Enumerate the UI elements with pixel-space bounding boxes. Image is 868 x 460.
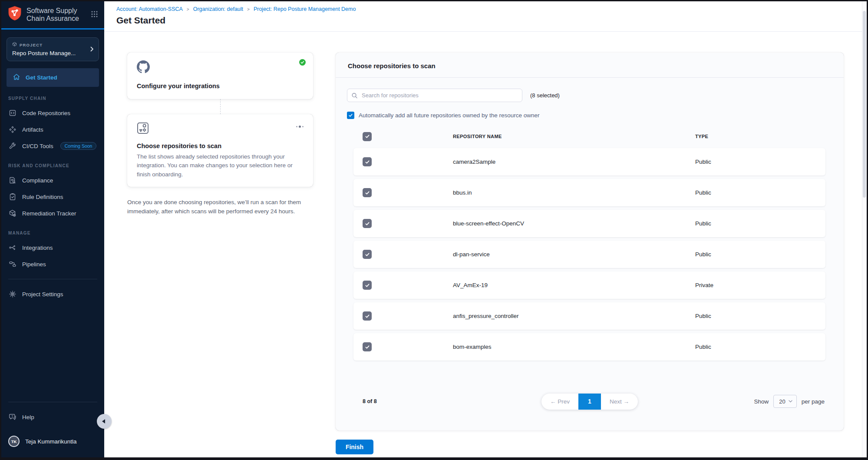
select-all-checkbox[interactable] [363,132,372,141]
project-selector[interactable]: PROJECT Repo Posture Manage... [7,37,99,61]
repo-type: Public [695,313,816,319]
home-icon [13,73,20,82]
table-row[interactable]: blue-screen-effect-OpenCV Public [353,210,825,237]
artifacts-icon [8,126,17,133]
breadcrumb-organization[interactable]: Organization: default [193,6,243,12]
repo-type: Public [695,344,816,350]
repo-name: AV_AmEx-19 [453,282,695,288]
avatar: TK [8,436,20,447]
breadcrumb-project[interactable]: Project: Repo Posture Management Demo [254,6,356,12]
remediation-box-icon [8,209,17,217]
compliance-doc-icon [8,176,17,184]
brand-title: Software Supply Chain Assurance [26,7,79,23]
project-cube-icon [12,42,17,48]
user-name: Teja Kummarikuntla [25,438,77,445]
breadcrumb-account[interactable]: Account: Automation-SSCA [116,6,183,12]
table-row[interactable]: dl-pan-service Public [353,241,825,268]
row-checkbox[interactable] [363,219,372,228]
repo-name: blue-screen-effect-OpenCV [453,220,695,227]
sidebar-item-help[interactable]: ? Help [1,409,104,425]
row-checkbox[interactable] [363,311,372,321]
main-area: Account: Automation-SSCA > Organization:… [104,1,867,457]
sidebar-item-label: CI/CD Tools [22,143,53,149]
table-row[interactable]: bom-examples Public [353,333,825,361]
sidebar-item-code-repositories[interactable]: Code Repositories [1,105,104,121]
auto-add-checkbox-row[interactable]: Automatically add all future repositorie… [347,112,832,119]
auto-add-checkbox[interactable] [347,112,354,119]
row-checkbox[interactable] [363,157,372,166]
search-icon [351,92,358,99]
repository-search [347,89,522,102]
step-description: The list shows already selected reposito… [137,152,304,179]
sidebar-item-integrations[interactable]: Integrations [1,239,104,256]
main-body: Configure your integrations [104,32,867,457]
gear-icon [8,290,17,298]
brand-shield-logo-icon [7,6,22,24]
current-page-button[interactable]: 1 [578,394,601,410]
repo-type: Public [695,159,816,165]
sidebar-user[interactable]: TK Teja Kummarikuntla [1,431,104,451]
pagination-count: 8 of 8 [363,398,377,404]
next-page-button[interactable]: Next → [601,394,638,410]
table-row[interactable]: camera2Sample Public [353,148,825,175]
sidebar: Software Supply Chain Assurance PROJ [1,1,104,457]
step-card-configure-integrations[interactable]: Configure your integrations [127,53,313,99]
scrollbar-thumb[interactable] [863,11,866,198]
sidebar-item-label: Project Settings [22,291,63,298]
column-header-type: TYPE [695,134,816,139]
page-scrollbar[interactable] [862,1,867,457]
step-title: Choose repositories to scan [137,142,304,149]
search-input[interactable] [347,89,522,102]
table-header-row: REPOSITORY NAME TYPE [353,129,825,144]
repo-type: Public [695,251,816,258]
chevron-right-icon [90,46,94,53]
breadcrumb-separator: > [247,7,250,12]
table-row[interactable]: anfis_pressure_controller Public [353,302,825,330]
row-checkbox[interactable] [363,281,372,290]
sidebar-item-pipelines[interactable]: Pipelines [1,256,104,272]
sidebar-item-get-started[interactable]: Get Started [7,68,99,87]
github-icon [137,67,150,75]
svg-text:?: ? [11,414,13,418]
show-label: Show [754,398,769,405]
sidebar-item-cicd-tools[interactable]: CI/CD Tools Coming Soon [1,138,104,154]
sidebar-item-compliance[interactable]: Compliance [1,172,104,189]
repositories-table: REPOSITORY NAME TYPE camera2Sample Publi… [336,119,844,364]
sidebar-item-label: Pipelines [22,261,46,268]
repo-name: camera2Sample [453,159,695,165]
sidebar-accent-bar [1,28,104,30]
app-grid-icon[interactable] [91,10,98,20]
sidebar-item-project-settings[interactable]: Project Settings [1,286,104,302]
chevron-down-icon [789,400,792,403]
row-checkbox[interactable] [363,342,372,351]
step-card-choose-repositories[interactable]: Choose repositories to scan The list sho… [127,114,313,187]
sidebar-item-artifacts[interactable]: Artifacts [1,121,104,138]
sidebar-item-rule-definitions[interactable]: Rule Definitions [1,189,104,205]
help-chat-icon: ? [8,413,17,421]
prev-page-button[interactable]: ← Prev [541,394,578,410]
step-in-progress-icon [296,126,304,128]
panel-header: Choose repositories to scan [336,53,844,78]
wrench-icon [8,142,17,150]
row-checkbox[interactable] [363,188,372,197]
pagination-bar: 8 of 8 ← Prev 1 Next → Show 20 per page [336,395,844,408]
sidebar-collapse-handle[interactable] [97,414,112,429]
page-size-value: 20 [779,398,785,405]
row-checkbox[interactable] [363,250,372,259]
table-row[interactable]: AV_AmEx-19 Private [353,271,825,299]
selected-count: (8 selected) [530,92,560,99]
project-name: Repo Posture Manage... [12,50,84,56]
column-header-repository-name: REPOSITORY NAME [453,134,695,139]
table-row[interactable]: bbus.in Public [353,179,825,206]
sidebar-item-label: Artifacts [22,126,43,133]
sidebar-item-remediation-tracker[interactable]: Remediation Tracker [1,205,104,222]
section-label-risk-compliance: RISK AND COMPLIANCE [1,154,104,172]
finish-button[interactable]: Finish [336,440,373,454]
panel-title: Choose repositories to scan [348,62,832,69]
app-window: Software Supply Chain Assurance PROJ [1,1,867,457]
step-complete-icon [299,59,306,67]
page-size-control: Show 20 per page [754,395,825,408]
repo-name: bom-examples [453,344,695,350]
sidebar-divider [8,402,97,402]
page-size-select[interactable]: 20 [773,395,796,408]
